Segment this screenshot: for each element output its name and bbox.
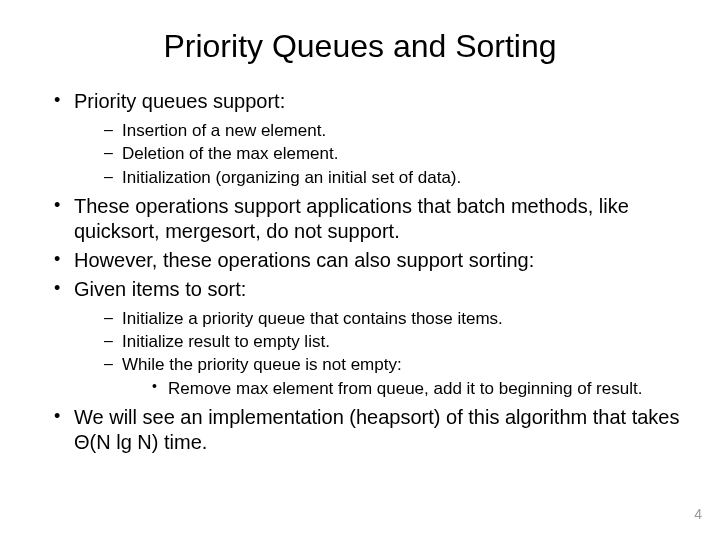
sub-sub-bullet-item: Remove max element from queue, add it to… — [150, 378, 680, 399]
slide-title: Priority Queues and Sorting — [40, 28, 680, 65]
page-number: 4 — [694, 506, 702, 522]
bullet-item: We will see an implementation (heapsort)… — [50, 405, 680, 455]
sub-bullet-item: Deletion of the max element. — [102, 143, 680, 164]
sub-bullet-item: Insertion of a new element. — [102, 120, 680, 141]
bullet-list: Priority queues support: Insertion of a … — [40, 89, 680, 455]
sub-bullet-item: Initialization (organizing an initial se… — [102, 167, 680, 188]
sub-bullet-item: Initialize result to empty list. — [102, 331, 680, 352]
sub-bullet-item: While the priority queue is not empty: R… — [102, 354, 680, 399]
bullet-item: Given items to sort: Initialize a priori… — [50, 277, 680, 399]
bullet-item: However, these operations can also suppo… — [50, 248, 680, 273]
bullet-item: Priority queues support: Insertion of a … — [50, 89, 680, 188]
bullet-text: Priority queues support: — [74, 90, 285, 112]
sub-sub-bullet-list: Remove max element from queue, add it to… — [122, 378, 680, 399]
bullet-item: These operations support applications th… — [50, 194, 680, 244]
sub-bullet-item: Initialize a priority queue that contain… — [102, 308, 680, 329]
sub-bullet-list: Insertion of a new element. Deletion of … — [74, 120, 680, 188]
bullet-text: Given items to sort: — [74, 278, 246, 300]
sub-bullet-list: Initialize a priority queue that contain… — [74, 308, 680, 399]
sub-bullet-text: While the priority queue is not empty: — [122, 355, 402, 374]
